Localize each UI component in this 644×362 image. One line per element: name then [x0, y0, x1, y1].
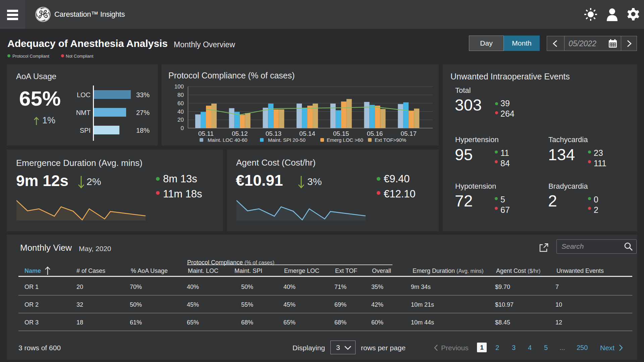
svg-text:100: 100	[174, 83, 184, 90]
svg-text:60: 60	[177, 100, 184, 107]
svg-text:40: 40	[177, 109, 184, 115]
svg-text:NMT: NMT	[76, 109, 91, 116]
svg-text:05.12: 05.12	[232, 130, 248, 137]
svg-text:05.13: 05.13	[266, 130, 282, 137]
svg-text:18%: 18%	[136, 127, 150, 134]
svg-text:33%: 33%	[136, 91, 150, 99]
svg-text:05.11: 05.11	[198, 130, 214, 137]
svg-text:Ext TOF>90%: Ext TOF>90%	[375, 137, 406, 143]
svg-text:Maint. SPI 20-50: Maint. SPI 20-50	[268, 137, 306, 143]
svg-text:05.15: 05.15	[333, 130, 349, 137]
svg-text:Maint. LOC 40-60: Maint. LOC 40-60	[208, 137, 247, 143]
svg-text:20: 20	[177, 117, 184, 123]
svg-text:LOC: LOC	[77, 91, 91, 99]
svg-text:0: 0	[181, 125, 184, 131]
svg-text:05.17: 05.17	[400, 130, 417, 137]
svg-text:SPI: SPI	[80, 127, 91, 134]
svg-text:05.16: 05.16	[367, 130, 383, 137]
svg-text:27%: 27%	[136, 109, 150, 116]
svg-text:80: 80	[177, 92, 184, 98]
svg-text:Emerg LOC >60: Emerg LOC >60	[327, 137, 363, 143]
svg-text:05.14: 05.14	[299, 130, 315, 137]
